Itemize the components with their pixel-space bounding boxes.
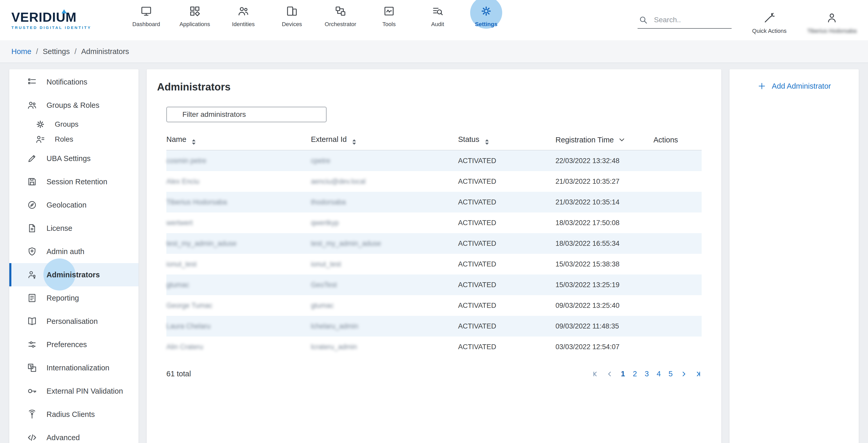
column-header-registration-time[interactable]: Registration Time — [555, 130, 653, 150]
floppy-disk-icon — [27, 177, 37, 187]
first-page-button[interactable] — [592, 371, 598, 377]
cell-external-id: cpetre — [311, 150, 458, 171]
cell-actions — [654, 212, 702, 233]
page-number-5[interactable]: 5 — [669, 370, 673, 378]
nav-devices[interactable]: Devices — [268, 0, 316, 42]
cell-name: gtumac — [166, 274, 311, 295]
chevron-down-icon — [619, 138, 625, 142]
sidebar-item-personalisation[interactable]: Personalisation — [9, 309, 138, 333]
cell-registration-time: 21/03/2022 10:35:27 — [555, 171, 653, 192]
cell-name: ionut_test — [166, 254, 311, 274]
nav-identities[interactable]: Identities — [219, 0, 268, 42]
topbar-right: Quick Actions Tiberius Hodorsaba — [638, 6, 857, 34]
last-page-button[interactable] — [695, 371, 702, 377]
cell-status: ACTIVATED — [458, 274, 555, 295]
cell-registration-time: 18/03/2022 17:50:08 — [555, 212, 653, 233]
settings-sidebar: Notifications Groups & Roles Groups Role… — [9, 69, 138, 443]
sidebar-item-admin-auth[interactable]: Admin auth — [9, 240, 138, 263]
compass-icon — [27, 200, 37, 210]
nav-applications[interactable]: Applications — [170, 0, 219, 42]
sliders-icon — [27, 339, 37, 350]
table-row: Tiberius Hodorsaba thodorsaba ACTIVATED … — [166, 192, 702, 212]
table-body: cosmin petre cpetre ACTIVATED 22/03/2022… — [166, 150, 702, 357]
table-row: George Tumac gtumac ACTIVATED 09/03/2022… — [166, 295, 702, 316]
breadcrumb-home[interactable]: Home — [11, 47, 31, 56]
quick-actions-button[interactable]: Quick Actions — [752, 9, 786, 34]
page-number-3[interactable]: 3 — [645, 370, 649, 378]
sidebar-item-notifications[interactable]: Notifications — [9, 70, 138, 94]
sidebar-item-groups-roles[interactable]: Groups & Roles — [9, 94, 138, 117]
sidebar-item-advanced[interactable]: Advanced — [9, 426, 138, 443]
nav-dashboard[interactable]: Dashboard — [122, 0, 170, 42]
nav-label: Dashboard — [132, 21, 160, 28]
cell-actions — [654, 150, 702, 171]
translate-icon — [27, 363, 37, 373]
global-search — [638, 13, 732, 29]
column-header-actions: Actions — [654, 130, 702, 150]
filter-administrators-input[interactable] — [166, 107, 327, 122]
search-input[interactable] — [653, 15, 727, 25]
nav-settings[interactable]: Settings — [462, 0, 510, 42]
breadcrumb: Home / Settings / Administrators — [0, 40, 868, 63]
cell-external-id: test_my_admin_aduse — [311, 233, 458, 254]
nav-orchestrator[interactable]: Orchestrator — [316, 0, 365, 42]
cell-actions — [654, 336, 702, 357]
table-row: test_my_admin_aduse test_my_admin_aduse … — [166, 233, 702, 254]
page-number-4[interactable]: 4 — [657, 370, 661, 378]
add-administrator-button[interactable]: Add Administrator — [730, 82, 859, 90]
sidebar-item-administrators[interactable]: Administrators — [9, 263, 138, 286]
previous-page-button[interactable] — [606, 371, 613, 377]
user-icon — [826, 11, 838, 24]
sidebar-item-external-pin-validation[interactable]: External PIN Validation — [9, 379, 138, 403]
sidebar-item-uba-settings[interactable]: UBA Settings — [9, 147, 138, 170]
admin-person-key-icon — [27, 270, 37, 280]
cell-external-id: lcrateru_admin — [311, 336, 458, 357]
cell-name: Alin Crateru — [166, 336, 311, 357]
cell-status: ACTIVATED — [458, 171, 555, 192]
user-menu[interactable]: Tiberius Hodorsaba — [807, 9, 857, 34]
nav-audit[interactable]: Audit — [413, 0, 462, 42]
column-header-status[interactable]: Status — [458, 130, 555, 150]
quick-actions-label: Quick Actions — [752, 28, 786, 34]
user-name: Tiberius Hodorsaba — [807, 28, 857, 34]
logo-wordmark: VERIDIUM — [11, 11, 104, 24]
cell-status: ACTIVATED — [458, 233, 555, 254]
sidebar-item-license[interactable]: License — [9, 216, 138, 240]
administrators-panel: Administrators Name External Id — [147, 69, 721, 443]
cell-name: wertwert — [166, 212, 311, 233]
cell-actions — [654, 295, 702, 316]
nav-tools[interactable]: Tools — [365, 0, 413, 42]
sidebar-item-session-retention[interactable]: Session Retention — [9, 170, 138, 193]
sidebar-item-internationalization[interactable]: Internationalization — [9, 356, 138, 379]
sidebar-item-radius-clients[interactable]: Radius Clients — [9, 403, 138, 426]
cell-registration-time: 21/03/2022 10:35:14 — [555, 192, 653, 212]
sort-icon — [192, 139, 195, 145]
page-number-1[interactable]: 1 — [621, 370, 625, 378]
cell-external-id: thodorsaba — [311, 192, 458, 212]
sidebar-item-reporting[interactable]: Reporting — [9, 286, 138, 309]
cell-name: cosmin petre — [166, 150, 311, 171]
next-page-button[interactable] — [680, 371, 687, 377]
cell-actions — [654, 274, 702, 295]
column-header-name[interactable]: Name — [166, 130, 311, 150]
main-nav: Dashboard Applications Identities Device… — [122, 0, 510, 42]
add-administrator-label: Add Administrator — [772, 82, 831, 90]
cell-name: Tiberius Hodorsaba — [166, 192, 311, 212]
tools-icon — [383, 5, 395, 17]
top-navbar: VERIDIUM TRUSTED DIGITAL IDENTITY Dashbo… — [0, 0, 868, 40]
table-row: Alin Crateru lcrateru_admin ACTIVATED 03… — [166, 336, 702, 357]
sidebar-item-roles[interactable]: Roles — [9, 132, 138, 147]
veridium-logo[interactable]: VERIDIUM TRUSTED DIGITAL IDENTITY — [11, 11, 104, 30]
sidebar-item-geolocation[interactable]: Geolocation — [9, 193, 138, 216]
page-number-2[interactable]: 2 — [633, 370, 637, 378]
sidebar-item-preferences[interactable]: Preferences — [9, 333, 138, 356]
sidebar-item-groups[interactable]: Groups — [9, 117, 138, 132]
cell-actions — [654, 171, 702, 192]
breadcrumb-settings[interactable]: Settings — [43, 47, 70, 56]
app-root: VERIDIUM TRUSTED DIGITAL IDENTITY Dashbo… — [0, 0, 868, 443]
devices-icon — [286, 5, 298, 17]
nav-label: Tools — [382, 21, 396, 28]
column-header-external-id[interactable]: External Id — [311, 130, 458, 150]
nav-label: Devices — [282, 21, 302, 28]
open-book-icon — [27, 316, 37, 326]
